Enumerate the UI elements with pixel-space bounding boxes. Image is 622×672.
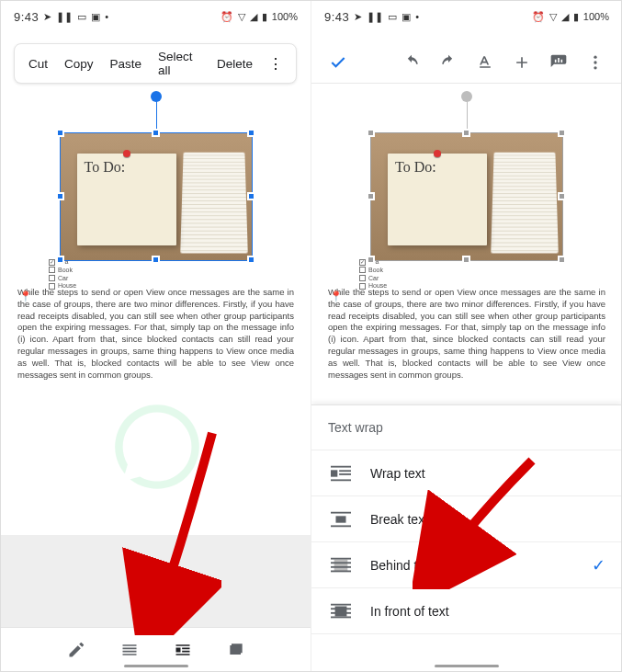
sticky-note: To Do: xyxy=(388,154,487,245)
overflow-button[interactable] xyxy=(580,47,611,78)
behind-text-icon xyxy=(328,556,354,575)
edit-button[interactable] xyxy=(62,636,90,664)
svg-rect-14 xyxy=(334,559,348,571)
in-front-of-text-option[interactable]: In front of text xyxy=(311,588,622,634)
svg-point-2 xyxy=(594,61,596,63)
resize-handle[interactable] xyxy=(558,129,566,137)
document-area: Tea Book Car House To Do: 📍 W xyxy=(1,88,311,382)
bottom-pane xyxy=(1,535,311,671)
resize-handle[interactable] xyxy=(247,129,255,137)
checklist-item: Book xyxy=(49,267,76,275)
resize-handle[interactable] xyxy=(56,256,64,264)
option-label: Break text xyxy=(370,512,428,527)
pause-icon: ❚❚ xyxy=(367,11,383,23)
align-button[interactable] xyxy=(116,636,143,664)
format-button[interactable] xyxy=(469,47,501,78)
rotation-line xyxy=(156,97,157,133)
checklist-item: Book xyxy=(359,267,387,275)
wrap-text-option[interactable]: Wrap text xyxy=(311,450,622,496)
resize-handle[interactable] xyxy=(56,192,64,200)
anchor-pin-icon[interactable]: 📍 xyxy=(19,290,32,302)
anchor-pin-icon[interactable]: 📍 xyxy=(330,290,343,302)
undo-button[interactable] xyxy=(396,47,427,78)
text-wrap-button[interactable] xyxy=(169,636,197,664)
overflow-button[interactable]: ⋮ xyxy=(261,55,290,73)
image-options-button[interactable] xyxy=(222,636,250,664)
paper-stack xyxy=(180,153,248,254)
sticky-text: To Do: xyxy=(85,159,126,175)
select-all-button[interactable]: Select all xyxy=(150,50,209,77)
behind-text-option[interactable]: Behind text ✓ xyxy=(311,542,622,588)
svg-rect-15 xyxy=(331,557,351,559)
status-bar: 9:43 ➤ ❚❚ ▭ ▣ • ⏰ ▽ ◢ ▮ 100% xyxy=(1,1,311,32)
break-text-option[interactable]: Break text xyxy=(311,496,622,542)
copy-button[interactable]: Copy xyxy=(56,57,102,71)
alarm-icon: ⏰ xyxy=(532,11,545,23)
text-wrap-sheet: Text wrap Wrap text Break text Behind te… xyxy=(311,404,622,671)
battery-text: 100% xyxy=(583,11,609,22)
paste-button[interactable]: Paste xyxy=(102,57,151,71)
document-area: Tea Book Car House To Do: 📍 W xyxy=(311,88,622,382)
resize-handle[interactable] xyxy=(367,192,375,200)
send-icon: ➤ xyxy=(354,11,362,23)
checklist-item: House xyxy=(49,282,76,290)
resize-handle[interactable] xyxy=(558,256,566,264)
svg-rect-11 xyxy=(331,511,351,513)
dot-icon: • xyxy=(105,11,108,22)
insert-button[interactable] xyxy=(506,47,537,78)
dot-icon: • xyxy=(415,11,419,22)
screen-left: 9:43 ➤ ❚❚ ▭ ▣ • ⏰ ▽ ◢ ▮ 100% Cut Copy Pa… xyxy=(1,1,311,671)
signal-icon: ◢ xyxy=(250,11,257,23)
svg-rect-23 xyxy=(335,606,347,616)
checklist-item: Car xyxy=(359,275,387,283)
resize-handle[interactable] xyxy=(152,256,160,264)
wrap-text-icon xyxy=(328,464,354,483)
rotation-handle[interactable] xyxy=(151,91,162,102)
sticky-text: To Do: xyxy=(395,159,436,175)
svg-rect-17 xyxy=(331,565,351,567)
watermark-icon xyxy=(111,401,203,493)
resize-handle[interactable] xyxy=(462,256,470,264)
done-button[interactable] xyxy=(322,47,354,78)
editor-toolbar xyxy=(311,41,622,84)
delete-button[interactable]: Delete xyxy=(209,57,261,71)
alarm-icon: ⏰ xyxy=(221,11,233,23)
resize-handle[interactable] xyxy=(462,129,470,137)
body-paragraph: While the steps to send or open View onc… xyxy=(17,287,294,382)
selected-image[interactable]: To Do: xyxy=(370,132,563,261)
cast-icon: ▭ xyxy=(77,11,86,23)
resize-handle[interactable] xyxy=(558,192,566,200)
cut-button[interactable]: Cut xyxy=(20,57,56,71)
comment-button[interactable] xyxy=(543,47,574,78)
image-icon: ▣ xyxy=(401,11,411,23)
status-left: 9:43 ➤ ❚❚ ▭ ▣ • xyxy=(14,10,108,24)
svg-point-1 xyxy=(594,55,596,58)
paper-stack xyxy=(491,153,559,254)
svg-rect-7 xyxy=(331,470,337,476)
status-right: ⏰ ▽ ◢ ▮ 100% xyxy=(532,11,609,23)
svg-rect-16 xyxy=(331,562,351,564)
send-icon: ➤ xyxy=(43,11,51,23)
resize-handle[interactable] xyxy=(367,256,375,264)
wifi-icon: ▽ xyxy=(238,11,245,23)
screen-right: 9:43 ➤ ❚❚ ▭ ▣ • ⏰ ▽ ◢ ▮ 100% xyxy=(311,1,622,671)
resize-handle[interactable] xyxy=(247,256,255,264)
resize-handle[interactable] xyxy=(367,129,375,137)
resize-handle[interactable] xyxy=(247,192,255,200)
checklist-item: Car xyxy=(49,275,76,283)
svg-rect-8 xyxy=(339,470,351,472)
svg-rect-9 xyxy=(339,473,351,475)
svg-rect-13 xyxy=(336,516,346,522)
svg-rect-19 xyxy=(331,603,351,605)
status-time: 9:43 xyxy=(14,10,39,24)
status-right: ⏰ ▽ ◢ ▮ 100% xyxy=(221,11,298,23)
nav-bar-hint xyxy=(124,665,188,667)
redo-button[interactable] xyxy=(433,47,464,78)
battery-text: 100% xyxy=(272,11,298,22)
rotation-line xyxy=(467,97,468,133)
resize-handle[interactable] xyxy=(56,129,64,137)
selected-image[interactable]: To Do: xyxy=(60,132,253,261)
resize-handle[interactable] xyxy=(152,129,160,137)
nav-bar-hint xyxy=(435,665,499,667)
rotation-handle[interactable] xyxy=(461,91,472,102)
